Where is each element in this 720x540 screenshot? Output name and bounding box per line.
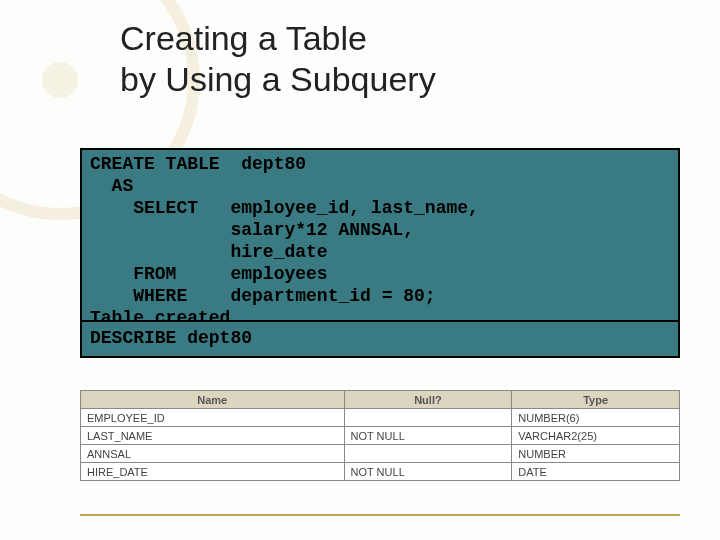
cell-name: ANNSAL [81, 445, 345, 463]
sql-create-table-box: CREATE TABLE dept80 AS SELECT employee_i… [80, 148, 680, 336]
code-line: salary*12 ANNSAL, [90, 220, 670, 242]
sql-describe-box: DESCRIBE dept80 [80, 320, 680, 358]
cell-null [344, 445, 512, 463]
col-header-type: Type [512, 391, 680, 409]
cell-null: NOT NULL [344, 427, 512, 445]
footer-rule [80, 514, 680, 516]
describe-output-table: Name Null? Type EMPLOYEE_ID NUMBER(6) LA… [80, 390, 680, 481]
cell-type: VARCHAR2(25) [512, 427, 680, 445]
cell-null: NOT NULL [344, 463, 512, 481]
col-header-name: Name [81, 391, 345, 409]
table-row: HIRE_DATE NOT NULL DATE [81, 463, 680, 481]
code-line: CREATE TABLE dept80 [90, 154, 670, 176]
cell-null [344, 409, 512, 427]
cell-type: NUMBER(6) [512, 409, 680, 427]
cell-name: EMPLOYEE_ID [81, 409, 345, 427]
cell-type: DATE [512, 463, 680, 481]
code-line: hire_date [90, 242, 670, 264]
slide-title: Creating a Table by Using a Subquery [120, 18, 660, 100]
code-line: WHERE department_id = 80; [90, 286, 670, 308]
table-row: EMPLOYEE_ID NUMBER(6) [81, 409, 680, 427]
code-line: DESCRIBE dept80 [90, 328, 670, 350]
cell-type: NUMBER [512, 445, 680, 463]
table-row: ANNSAL NUMBER [81, 445, 680, 463]
code-line: FROM employees [90, 264, 670, 286]
cell-name: LAST_NAME [81, 427, 345, 445]
table-row: LAST_NAME NOT NULL VARCHAR2(25) [81, 427, 680, 445]
col-header-null: Null? [344, 391, 512, 409]
title-line-2: by Using a Subquery [120, 60, 436, 98]
code-line: AS [90, 176, 670, 198]
cell-name: HIRE_DATE [81, 463, 345, 481]
title-line-1: Creating a Table [120, 19, 367, 57]
table-header-row: Name Null? Type [81, 391, 680, 409]
code-line: SELECT employee_id, last_name, [90, 198, 670, 220]
